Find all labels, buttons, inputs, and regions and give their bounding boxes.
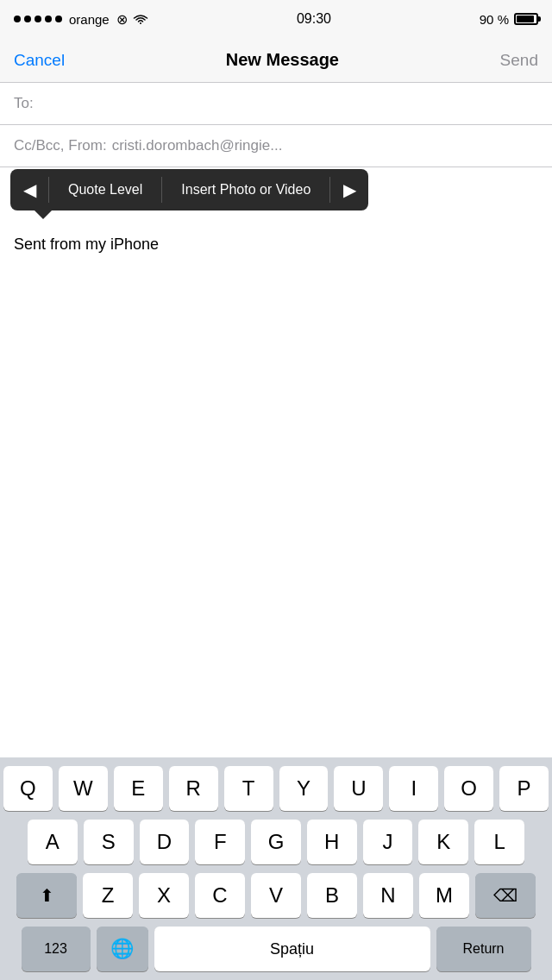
status-right: 90 % [480,12,538,27]
keyboard-bottom-row: 123 🌐 Spațiu Return [3,927,549,971]
context-arrow-right-button[interactable]: ▶ [330,169,368,210]
signal-dot-1 [14,16,21,22]
keyboard: Q W E R T Y U I O P A S D F G H J K L ⬆ … [0,757,552,980]
key-l[interactable]: L [474,820,524,864]
globe-key[interactable]: 🌐 [97,927,148,971]
battery-icon [514,13,538,25]
key-g[interactable]: G [251,820,301,864]
signal-dot-5 [55,16,62,22]
to-field-row: To: [0,83,552,125]
keyboard-row-3: ⬆ Z X C V B N M ⌫ [3,873,549,918]
insert-photo-video-button[interactable]: Insert Photo or Video [162,169,329,210]
key-u[interactable]: U [334,766,383,811]
key-c[interactable]: C [195,873,245,918]
signal-dot-3 [34,16,41,22]
body-text: Sent from my iPhone [14,233,538,256]
context-arrow-left-button[interactable]: ◀ [10,169,48,210]
key-q[interactable]: Q [3,766,53,811]
wifi-icon: ⊗ [116,11,148,28]
battery-percent: 90 % [480,12,509,27]
key-n[interactable]: N [363,873,413,918]
email-fields: To: Cc/Bcc, From: cristi.dorombach@ringi… [0,83,552,219]
key-a[interactable]: A [28,820,78,864]
quote-level-button[interactable]: Quote Level [49,169,161,210]
signal-dot-2 [24,16,31,22]
send-button[interactable]: Send [500,51,538,70]
key-x[interactable]: X [139,873,189,918]
key-b[interactable]: B [307,873,357,918]
to-input[interactable] [48,95,538,112]
cancel-button[interactable]: Cancel [14,51,65,70]
key-s[interactable]: S [84,820,134,864]
status-time: 09:30 [297,11,331,27]
space-key[interactable]: Spațiu [154,927,430,971]
key-j[interactable]: J [363,820,413,864]
email-body[interactable]: Sent from my iPhone [0,219,552,323]
context-menu: ◀ Quote Level Insert Photo or Video ▶ [10,169,368,210]
shift-key[interactable]: ⬆ [16,873,77,918]
key-i[interactable]: I [389,766,438,811]
key-o[interactable]: O [444,766,493,811]
to-label: To: [14,95,48,112]
signal-dots [14,16,62,22]
key-p[interactable]: P [499,766,549,811]
key-r[interactable]: R [169,766,218,811]
key-e[interactable]: E [114,766,163,811]
key-d[interactable]: D [140,820,190,864]
keyboard-row-2: A S D F G H J K L [3,820,549,864]
status-left: orange ⊗ [14,11,148,28]
key-v[interactable]: V [251,873,301,918]
carrier-label: orange [69,12,110,27]
key-m[interactable]: M [419,873,469,918]
key-k[interactable]: K [418,820,468,864]
keyboard-row-1: Q W E R T Y U I O P [3,766,549,811]
key-t[interactable]: T [224,766,273,811]
num-key[interactable]: 123 [22,927,91,971]
key-f[interactable]: F [195,820,245,864]
return-key[interactable]: Return [436,927,531,971]
signal-dot-4 [45,16,52,22]
key-h[interactable]: H [307,820,357,864]
nav-title: New Message [226,50,339,70]
context-menu-wrapper: ◀ Quote Level Insert Photo or Video ▶ [0,167,552,219]
cc-field-row: Cc/Bcc, From: cristi.dorombach@ringie... [0,125,552,167]
key-w[interactable]: W [59,766,108,811]
nav-bar: Cancel New Message Send [0,38,552,83]
cc-value: cristi.dorombach@ringie... [112,137,283,154]
status-bar: orange ⊗ 09:30 90 % [0,0,552,38]
key-y[interactable]: Y [279,766,329,811]
delete-key[interactable]: ⌫ [475,873,536,918]
cc-label: Cc/Bcc, From: [14,137,107,154]
battery-fill [517,16,534,22]
key-z[interactable]: Z [83,873,133,918]
